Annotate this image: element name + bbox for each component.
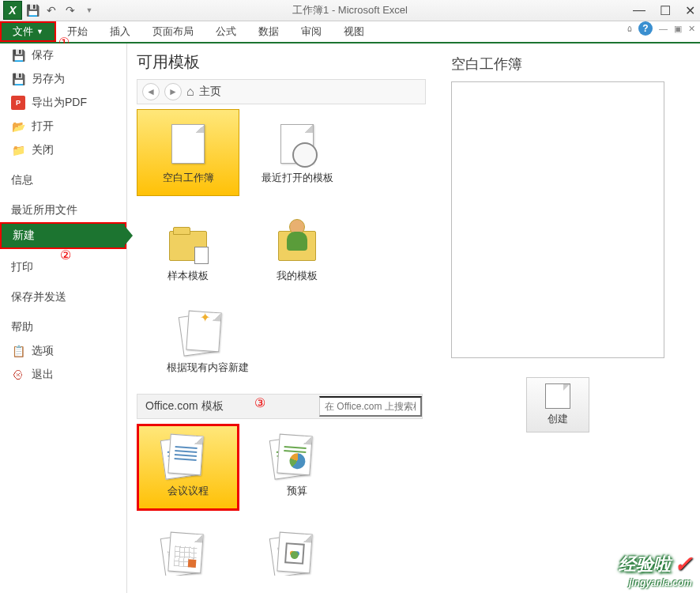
watermark-main: 经验啦 ✓ (619, 551, 692, 577)
tab-view[interactable]: 视图 (333, 21, 375, 42)
annotation-3: ③ (254, 395, 265, 410)
sample-folder-icon (164, 218, 212, 266)
sidebar-open[interactable]: 📂 打开 (0, 115, 126, 138)
annotation-box-2: 新建 (0, 222, 126, 249)
template-budget-label: 预算 (287, 484, 307, 498)
sidebar-close[interactable]: 📁 关闭 (0, 138, 126, 162)
sidebar-options-label: 选项 (32, 344, 54, 358)
sidebar-exit[interactable]: ⮾ 退出 (0, 363, 126, 387)
save-icon: 💾 (11, 48, 25, 62)
window-title: 工作簿1 - Microsoft Excel (292, 3, 408, 17)
tab-file[interactable]: 文件 ▼ (0, 21, 56, 42)
template-from-existing[interactable]: ✦ 根据现有内容新建 (137, 300, 279, 387)
ribbon-tabs: 文件 ▼ 开始 插入 页面布局 公式 数据 审阅 视图 ۵ ? — ▣ ✕ (0, 21, 700, 43)
qat-dropdown-icon[interactable]: ▼ (81, 2, 98, 19)
template-agenda[interactable]: 会议议程 (137, 424, 239, 511)
preview-box (451, 81, 664, 358)
my-templates-icon (273, 218, 321, 266)
recent-doc-icon (273, 120, 321, 168)
preview-title: 空白工作簿 (451, 55, 689, 74)
office-templates-title: Office.com 模板 (137, 395, 319, 418)
close-button[interactable]: ✕ (685, 3, 695, 18)
create-doc-icon (545, 383, 570, 409)
template-my[interactable]: 我的模板 (246, 207, 348, 294)
office-search-input[interactable] (319, 396, 422, 417)
office-templates-header: Office.com 模板 (137, 394, 423, 419)
titlebar: X 💾 ↶ ↷ ▼ 工作簿1 - Microsoft Excel — ☐ ✕ (0, 0, 700, 21)
office-templates-grid: 会议议程 预算 日历 (137, 424, 432, 576)
from-existing-icon: ✦ (184, 313, 231, 357)
tab-layout[interactable]: 页面布局 (141, 21, 205, 42)
agenda-icon (166, 436, 210, 481)
sidebar-info[interactable]: 信息 (0, 162, 126, 192)
backstage-sidebar: 💾 保存 💾 另存为 P 导出为PDF 📂 打开 📁 关闭 信息 最近所用文件 … (0, 43, 126, 593)
excel-app-icon[interactable]: X (3, 1, 22, 20)
redo-icon[interactable]: ↷ (62, 2, 79, 19)
nav-home-label[interactable]: 主页 (199, 85, 221, 99)
main-pane: 可用模板 ◄ ► ⌂ 主页 空白工作簿 最近打开的模板 (126, 43, 700, 593)
budget-icon (275, 436, 319, 481)
preview-column: 空白工作簿 创建 (435, 43, 700, 593)
annotation-2: ② (60, 247, 71, 263)
sidebar-new[interactable]: 新建 (2, 224, 125, 247)
tab-data[interactable]: 数据 (247, 21, 290, 42)
templates-nav: ◄ ► ⌂ 主页 (137, 79, 426, 104)
saveas-icon: 💾 (11, 72, 25, 86)
watermark-text: 经验啦 (619, 553, 671, 576)
tab-review[interactable]: 审阅 (290, 21, 333, 42)
doc-close-icon[interactable]: ✕ (688, 24, 695, 34)
templates-title: 可用模板 (137, 51, 435, 73)
nav-home-icon[interactable]: ⌂ (186, 85, 194, 99)
sidebar-close-label: 关闭 (32, 143, 54, 157)
options-icon: 📋 (11, 344, 25, 358)
create-button[interactable]: 创建 (526, 377, 589, 432)
tab-formula[interactable]: 公式 (205, 21, 247, 42)
sidebar-save[interactable]: 💾 保存 (0, 43, 126, 67)
doc-minimize-icon[interactable]: — (659, 24, 668, 33)
ribbon-right-controls: ۵ ? — ▣ ✕ (627, 21, 695, 36)
pdf-icon: P (11, 96, 25, 110)
templates-scroll[interactable]: 空白工作簿 最近打开的模板 样本模板 (137, 109, 435, 576)
quick-access-toolbar: X 💾 ↶ ↷ ▼ (0, 1, 98, 20)
create-label: 创建 (548, 412, 568, 426)
tab-insert[interactable]: 插入 (99, 21, 141, 42)
sidebar-save-label: 保存 (32, 48, 54, 62)
doc-restore-icon[interactable]: ▣ (674, 24, 682, 34)
watermark: 经验啦 ✓ jingyanla.com (619, 551, 692, 588)
sidebar-exportpdf-label: 导出为PDF (32, 96, 87, 110)
sidebar-exportpdf[interactable]: P 导出为PDF (0, 91, 126, 115)
chart-icon (275, 534, 319, 576)
template-blank-workbook[interactable]: 空白工作簿 (137, 109, 239, 196)
window-controls: — ☐ ✕ (633, 3, 695, 18)
sidebar-options[interactable]: 📋 选项 (0, 339, 126, 363)
template-from-existing-label: 根据现有内容新建 (167, 361, 249, 375)
template-calendar[interactable]: 日历 (137, 522, 239, 576)
undo-icon[interactable]: ↶ (43, 2, 60, 19)
template-chart[interactable]: 图表 (246, 522, 348, 576)
maximize-button[interactable]: ☐ (660, 3, 671, 18)
template-budget[interactable]: 预算 (246, 424, 348, 511)
template-recent-label: 最近打开的模板 (262, 171, 333, 185)
minimize-button[interactable]: — (633, 3, 645, 18)
nav-back-icon[interactable]: ◄ (142, 83, 160, 100)
sidebar-recent[interactable]: 最近所用文件 (0, 192, 126, 222)
nav-forward-icon[interactable]: ► (164, 83, 182, 100)
watermark-sub: jingyanla.com (629, 577, 692, 588)
sidebar-send[interactable]: 保存并发送 (0, 279, 126, 309)
template-sample[interactable]: 样本模板 (137, 207, 239, 294)
backstage-view: 💾 保存 💾 另存为 P 导出为PDF 📂 打开 📁 关闭 信息 最近所用文件 … (0, 43, 700, 593)
exit-icon: ⮾ (11, 368, 25, 382)
blank-doc-icon (164, 120, 212, 168)
help-icon[interactable]: ? (638, 21, 653, 36)
sidebar-saveas[interactable]: 💾 另存为 (0, 67, 126, 91)
tab-file-label: 文件 (13, 25, 33, 39)
sidebar-help[interactable]: 帮助 (0, 309, 126, 339)
template-recent[interactable]: 最近打开的模板 (246, 109, 348, 196)
ribbon-minimize-icon[interactable]: ۵ (627, 24, 632, 34)
close-folder-icon: 📁 (11, 143, 25, 157)
save-qat-icon[interactable]: 💾 (24, 2, 41, 19)
calendar-icon (166, 534, 210, 576)
watermark-check-icon: ✓ (674, 551, 692, 577)
sidebar-saveas-label: 另存为 (32, 72, 65, 86)
templates-column: 可用模板 ◄ ► ⌂ 主页 空白工作簿 最近打开的模板 (127, 43, 435, 593)
